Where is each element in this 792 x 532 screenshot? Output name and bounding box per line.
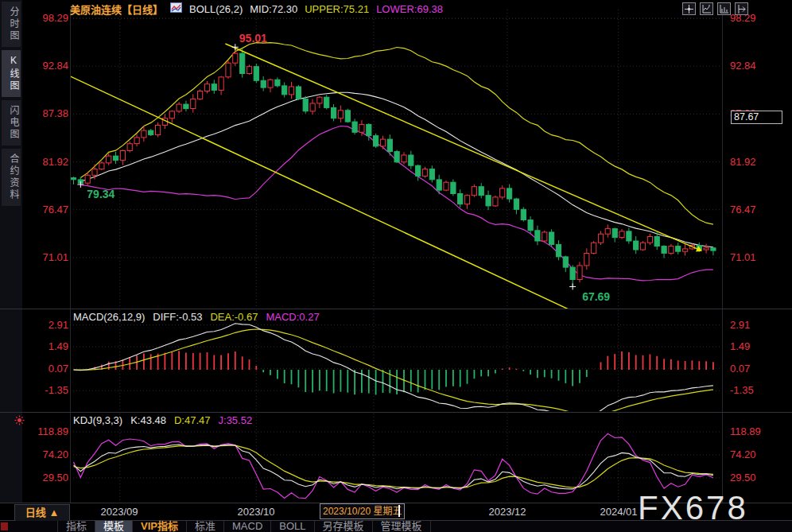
boll-upper-value: UPPER:75.21 bbox=[305, 3, 369, 15]
boll-mid-value: MID:72.30 bbox=[250, 3, 297, 15]
bottom-tab[interactable]: 指标 bbox=[58, 521, 95, 532]
period-selector[interactable]: 日线 ▲ bbox=[14, 504, 70, 522]
x-axis-date-label: 2023/12 bbox=[489, 506, 526, 518]
fx678-watermark: FX678 bbox=[638, 489, 748, 527]
template-tabs: 指标模板VIP指标标准MACDBOLL另存模板管理模板 bbox=[57, 521, 431, 532]
instrument-title: 美原油连续【日线】 bbox=[70, 2, 163, 17]
svg-text:79.34: 79.34 bbox=[87, 188, 115, 200]
kdj-params-label: KDJ(9,3,3) bbox=[73, 414, 122, 426]
app-window: 分时图K线图闪电图合约资料 美原油连续【日线】 BOLL(26,2) MID:7… bbox=[0, 0, 792, 532]
svg-text:95.01: 95.01 bbox=[239, 32, 267, 45]
svg-text:67.69: 67.69 bbox=[582, 290, 610, 303]
panel-separator bbox=[0, 309, 792, 309]
bottom-tab[interactable]: 另存模板 bbox=[315, 521, 373, 532]
price-axis-label: 1.49 bbox=[730, 340, 781, 353]
boll-params-label: BOLL(26,2) bbox=[189, 3, 243, 15]
price-axis-label: 118.89 bbox=[24, 425, 68, 438]
bottom-tab[interactable]: 模板 bbox=[95, 521, 133, 532]
macd-indicator-chart[interactable] bbox=[70, 310, 722, 411]
main-kline-chart[interactable]: 95.0179.3467.69 bbox=[70, 10, 722, 309]
bottom-tab[interactable]: 管理模板 bbox=[373, 521, 431, 532]
price-axis-label: 87.38 bbox=[24, 107, 68, 120]
price-axis-label: 98.29 bbox=[24, 12, 68, 25]
price-axis-label: 81.92 bbox=[24, 156, 68, 169]
price-axis-label: -1.35 bbox=[24, 384, 68, 397]
chart-header: 美原油连续【日线】 BOLL(26,2) MID:72.30 UPPER:75.… bbox=[70, 2, 443, 15]
plot-left-border bbox=[70, 10, 71, 503]
price-axis-label: 92.84 bbox=[24, 60, 68, 72]
macd-diff-value: DIFF:-0.53 bbox=[153, 311, 202, 323]
price-axis-label: 71.01 bbox=[24, 251, 68, 264]
chart-toolbar bbox=[682, 2, 748, 15]
price-axis-label: 29.50 bbox=[24, 472, 68, 484]
crosshair-price-tag: 87.67 bbox=[731, 111, 782, 124]
plot-right-border bbox=[722, 10, 723, 503]
price-axis-label: 74.20 bbox=[730, 449, 781, 461]
price-axis-label: 1.49 bbox=[24, 340, 68, 353]
sidebar-item-tab[interactable]: 闪电图 bbox=[2, 100, 21, 146]
kdj-j-value: J:35.52 bbox=[219, 414, 253, 426]
price-axis-label: 0.07 bbox=[24, 363, 68, 375]
macd-params-label: MACD(26,12,9) bbox=[73, 311, 145, 323]
price-axis-label: 2.91 bbox=[24, 319, 68, 332]
sidebar-item-tab[interactable]: 分时图 bbox=[2, 2, 21, 47]
crosshair-date-tag: 2023/10/20 星期五 bbox=[320, 503, 405, 519]
macd-header: MACD(26,12,9) DIFF:-0.53 DEA:-0.67 MACD:… bbox=[73, 311, 320, 323]
bottom-tab[interactable]: BOLL bbox=[271, 521, 314, 532]
price-axis-label: 76.47 bbox=[730, 204, 781, 216]
kdj-indicator-chart[interactable] bbox=[70, 414, 722, 503]
price-axis-label: -1.35 bbox=[730, 384, 781, 397]
macd-macd-value: MACD:0.27 bbox=[266, 311, 319, 323]
axis-zoom-in-icon[interactable] bbox=[700, 2, 713, 15]
move-crosshair-icon[interactable] bbox=[682, 2, 696, 15]
axis-zoom-out-icon[interactable] bbox=[717, 2, 731, 15]
price-axis-label: 0.07 bbox=[730, 363, 781, 375]
kdj-d-value: D:47.47 bbox=[174, 414, 211, 426]
chart-mini-icon bbox=[170, 2, 182, 15]
kdj-k-value: K:43.48 bbox=[130, 414, 166, 426]
x-axis-date-label: 2023/09 bbox=[101, 506, 138, 518]
kdj-header: KDJ(9,3,3) K:43.48 D:47.47 J:35.52 bbox=[73, 414, 252, 426]
x-axis-date-label: 2024/01 bbox=[600, 506, 638, 518]
sidebar-item-active[interactable]: K线图 bbox=[2, 50, 21, 97]
boll-lower-value: LOWER:69.38 bbox=[376, 3, 443, 15]
price-axis-label: 76.47 bbox=[24, 204, 68, 216]
text-cursor bbox=[398, 505, 400, 517]
price-axis-label: 118.89 bbox=[730, 425, 781, 438]
panel-separator bbox=[0, 412, 792, 413]
price-axis-label: 71.01 bbox=[730, 251, 781, 264]
price-axis-label: 29.50 bbox=[730, 472, 781, 484]
bottom-tab[interactable]: MACD bbox=[224, 521, 271, 532]
exit-right-icon[interactable] bbox=[735, 2, 748, 15]
status-square bbox=[1, 522, 8, 530]
price-axis-label: 81.92 bbox=[730, 156, 781, 169]
price-axis-label: 2.91 bbox=[730, 319, 781, 332]
bottom-tab[interactable]: 标准 bbox=[187, 521, 224, 532]
sidebar-item-tab[interactable]: 合约资料 bbox=[2, 149, 21, 206]
x-axis-date-label: 2023/10 bbox=[238, 506, 275, 518]
macd-dea-value: DEA:-0.67 bbox=[210, 311, 258, 323]
indicator-settings-icon[interactable] bbox=[14, 414, 25, 429]
bottom-tab[interactable]: VIP指标 bbox=[133, 521, 187, 532]
price-axis-label: 74.20 bbox=[24, 449, 68, 461]
price-axis-label: 92.84 bbox=[730, 60, 781, 72]
